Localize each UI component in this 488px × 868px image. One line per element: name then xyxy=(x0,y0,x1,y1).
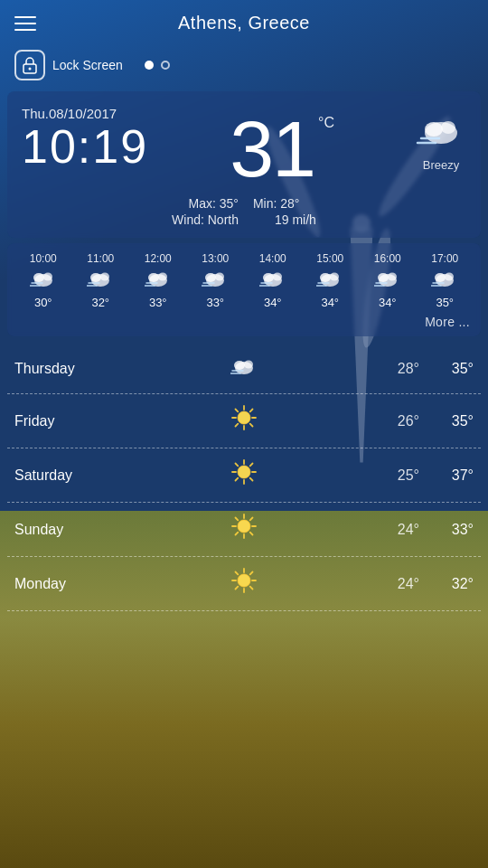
temp-unit: °C xyxy=(318,115,334,131)
hourly-item: 11:00 32° xyxy=(72,252,130,309)
condition-label: Breezy xyxy=(423,158,459,172)
more-button-row: More ... xyxy=(14,309,474,331)
daily-max-temp: 37° xyxy=(419,467,474,484)
page-dots[interactable] xyxy=(145,61,170,70)
daily-icon xyxy=(123,514,365,545)
svg-point-48 xyxy=(435,273,446,282)
svg-line-65 xyxy=(236,424,239,427)
daily-min-temp: 26° xyxy=(365,413,419,429)
svg-line-82 xyxy=(250,518,253,521)
dot-2 xyxy=(161,61,170,70)
hourly-icon xyxy=(431,269,458,292)
hourly-time: 11:00 xyxy=(87,252,114,265)
svg-line-62 xyxy=(236,410,239,412)
hourly-time: 17:00 xyxy=(431,252,458,265)
daily-min-temp: 24° xyxy=(365,522,419,538)
max-temp: Max: 35° xyxy=(189,196,239,211)
svg-point-28 xyxy=(205,273,216,282)
svg-line-73 xyxy=(250,464,253,467)
lock-screen-item[interactable]: Lock Screen xyxy=(14,50,123,80)
daily-icon xyxy=(123,405,365,437)
svg-line-74 xyxy=(236,478,239,481)
day-name: Sunday xyxy=(14,522,123,538)
daily-min-temp: 24° xyxy=(365,576,419,592)
daily-icon xyxy=(123,459,365,491)
lock-screen-label: Lock Screen xyxy=(52,58,123,72)
daily-max-temp: 35° xyxy=(419,413,474,429)
hourly-scroll: 10:00 30° 11:00 32° 12:00 33° 13:00 33° … xyxy=(14,252,474,309)
svg-point-57 xyxy=(238,411,250,424)
wind-direction: Wind: North xyxy=(172,212,239,227)
hourly-temp: 30° xyxy=(34,296,52,309)
hourly-item: 12:00 33° xyxy=(129,252,187,309)
hourly-time: 10:00 xyxy=(30,252,57,265)
hourly-icon xyxy=(316,269,343,292)
svg-line-71 xyxy=(236,464,239,467)
hourly-icon xyxy=(259,269,286,292)
svg-point-29 xyxy=(215,273,224,281)
svg-point-53 xyxy=(234,361,245,370)
svg-point-43 xyxy=(378,273,389,282)
daily-max-temp: 33° xyxy=(419,522,474,538)
svg-point-84 xyxy=(238,574,250,587)
daily-row: Saturday 25° 37° xyxy=(7,448,481,503)
daily-row: Friday 26° 35° xyxy=(7,394,481,448)
hourly-temp: 33° xyxy=(149,296,167,309)
svg-line-92 xyxy=(236,587,239,590)
svg-line-89 xyxy=(236,572,239,575)
hourly-item: 10:00 30° xyxy=(14,252,72,309)
daily-min-temp: 28° xyxy=(365,361,419,377)
max-min-row: Max: 35° Min: 28° xyxy=(22,196,466,211)
city-title: Athens, Greece xyxy=(178,13,310,33)
hourly-time: 13:00 xyxy=(202,252,229,265)
weather-main-card: Thu.08/10/2017 10:19 31 °C xyxy=(7,91,481,238)
hourly-forecast-card: 10:00 30° 11:00 32° 12:00 33° 13:00 33° … xyxy=(7,243,481,336)
svg-point-66 xyxy=(238,466,250,478)
wind-row: Wind: North 19 mi/h xyxy=(22,212,466,227)
hourly-item: 14:00 34° xyxy=(244,252,302,309)
svg-point-54 xyxy=(244,361,253,369)
hourly-item: 15:00 34° xyxy=(302,252,360,309)
hourly-item: 16:00 34° xyxy=(359,252,417,309)
more-button[interactable]: More ... xyxy=(425,315,470,329)
daily-min-temp: 25° xyxy=(365,467,419,484)
svg-line-72 xyxy=(250,478,253,481)
svg-line-63 xyxy=(250,424,253,427)
svg-point-34 xyxy=(273,273,282,281)
date-time-block: Thu.08/10/2017 10:19 xyxy=(22,106,148,173)
daily-forecast-section: Thursday 28° 35° Friday 26° 35° Saturday… xyxy=(7,344,481,611)
day-name: Saturday xyxy=(14,467,123,484)
svg-line-81 xyxy=(250,533,253,535)
hourly-icon xyxy=(202,269,229,292)
hourly-temp: 35° xyxy=(436,296,454,309)
daily-icon xyxy=(123,568,365,599)
svg-point-19 xyxy=(100,273,109,281)
daily-icon xyxy=(123,354,365,382)
min-temp: Min: 28° xyxy=(253,196,300,211)
svg-line-91 xyxy=(250,572,253,575)
day-name: Friday xyxy=(14,413,123,429)
hourly-time: 12:00 xyxy=(145,252,172,265)
daily-row: Thursday 28° 35° xyxy=(7,344,481,394)
dot-1 xyxy=(145,61,154,70)
svg-point-8 xyxy=(425,122,443,137)
current-condition-icon xyxy=(416,113,466,155)
hourly-icon xyxy=(30,269,57,292)
daily-row: Sunday 24° 33° xyxy=(7,503,481,557)
svg-point-49 xyxy=(445,273,454,281)
menu-button[interactable] xyxy=(14,16,36,31)
svg-point-33 xyxy=(263,273,274,282)
hourly-icon xyxy=(374,269,401,292)
svg-point-9 xyxy=(441,121,455,134)
svg-point-14 xyxy=(43,273,52,281)
svg-point-6 xyxy=(29,68,32,71)
svg-point-18 xyxy=(90,273,101,282)
lock-screen-row: Lock Screen xyxy=(0,46,488,88)
svg-point-24 xyxy=(158,273,167,281)
hourly-temp: 32° xyxy=(91,296,109,309)
lock-icon xyxy=(14,50,45,80)
svg-point-13 xyxy=(33,273,44,282)
day-name: Monday xyxy=(14,576,123,592)
hourly-time: 14:00 xyxy=(259,252,286,265)
hourly-temp: 34° xyxy=(321,296,339,309)
